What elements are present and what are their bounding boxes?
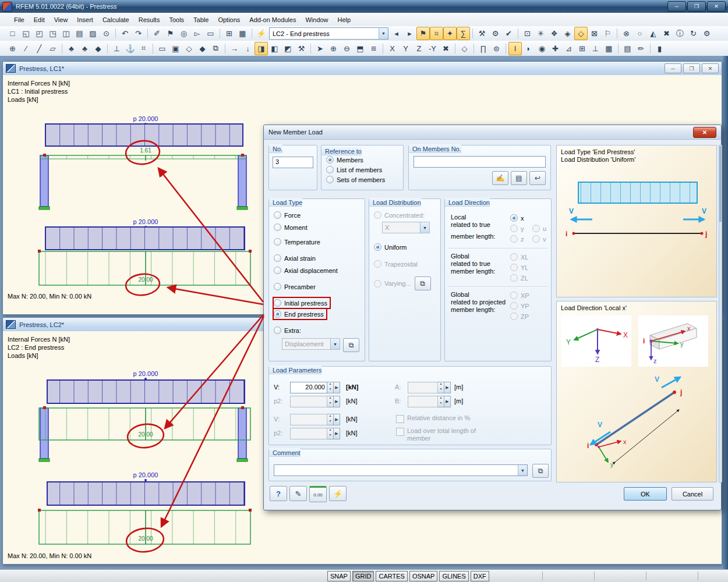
menu-file[interactable]: File (9, 15, 29, 25)
minimize-button[interactable]: ─ (667, 1, 686, 12)
relative-distance-checkbox[interactable]: Relative distance in % (396, 414, 470, 423)
new-folder-icon[interactable]: ▭ (204, 27, 217, 40)
radio-reference-sets-of-members[interactable]: Sets of members (326, 175, 387, 184)
printout-report-icon[interactable]: ▦ (236, 27, 249, 40)
print-icon[interactable]: ▨ (86, 27, 100, 40)
calculation-icon[interactable]: ⚒ (475, 27, 489, 40)
lc1-minimize-button[interactable]: ─ (665, 63, 681, 73)
copy-icon[interactable]: ⧉ (209, 42, 222, 55)
open-icon[interactable]: ◱ (19, 27, 33, 40)
close-button[interactable]: ✕ (707, 1, 726, 12)
regenerate-model-icon[interactable]: ✳ (534, 27, 547, 40)
combo-arrow-icon[interactable]: ▼ (379, 28, 388, 39)
select-special-icon[interactable]: ⊗ (620, 27, 633, 40)
view-xz-icon[interactable]: ◈ (561, 27, 574, 40)
rotate-icon[interactable]: ◇ (182, 42, 196, 55)
show-results-toggle-icon[interactable]: ✦ (443, 27, 457, 40)
dialog-close-button[interactable]: ✕ (693, 127, 716, 138)
guide-lines-icon[interactable]: ⚐ (601, 27, 614, 40)
view-x-icon[interactable]: X (386, 42, 399, 55)
dialog-titlebar[interactable]: New Member Load ✕ (264, 125, 721, 140)
delete-icon[interactable]: ✖ (660, 27, 673, 40)
status-grid-button[interactable]: GRID (352, 571, 374, 581)
table-icon[interactable]: ⊞ (222, 27, 236, 40)
p2-value-spinner[interactable]: ▲▼▶ (290, 396, 340, 407)
previous-load-case-icon[interactable]: ◂ (390, 27, 403, 40)
clipboard-icon[interactable]: ▤ (73, 27, 86, 40)
menu-addon-modules[interactable]: Add-on Modules (245, 15, 301, 25)
ok-button[interactable]: OK (624, 487, 667, 501)
status-snap-button[interactable]: SNAP (327, 571, 351, 581)
calculation-parameters-icon[interactable]: ⚙ (489, 27, 502, 40)
radio-distribution-varying[interactable]: Varying... (374, 279, 414, 289)
results-deformation-icon[interactable]: I (508, 42, 522, 55)
results-surfaces-icon[interactable]: ◗ (522, 42, 535, 55)
edit-varying-button[interactable]: ⧉ (415, 276, 431, 290)
color-scale-icon[interactable]: ▮ (653, 42, 666, 55)
menu-window[interactable]: Window (301, 15, 333, 25)
concentrated-combo[interactable]: X▼ (382, 222, 430, 233)
numbering-toggle-icon[interactable]: ◨ (255, 42, 268, 55)
undo-icon[interactable]: ↶ (118, 27, 132, 40)
radio-reference-list-of-members[interactable]: List of members (326, 165, 384, 175)
view-y-icon[interactable]: Y (399, 42, 412, 55)
radio-direction-local-x[interactable]: x (510, 213, 526, 223)
radio-load-type-force[interactable]: Force (274, 210, 303, 220)
load-case-icon[interactable]: ⚡ (255, 27, 268, 40)
redo-icon[interactable]: ↷ (132, 27, 145, 40)
v-value-spinner[interactable]: 20.000 ▲▼▶ (290, 382, 340, 393)
support-icon[interactable]: ⊥ (110, 42, 123, 55)
edit-load-icon[interactable]: ✐ (150, 27, 164, 40)
radio-load-type-axial-displacement[interactable]: Axial displacement (274, 265, 340, 275)
visibility-icon[interactable]: ◇ (458, 42, 471, 55)
menu-options[interactable]: Options (213, 15, 245, 25)
show-load-icon[interactable]: ⚑ (164, 27, 177, 40)
display-list-icon[interactable]: ▤ (621, 42, 634, 55)
member-icon[interactable]: ╱ (33, 42, 46, 55)
select-all-members-button[interactable]: ↩ (529, 171, 546, 185)
pick-members-list-button[interactable]: ▤ (511, 171, 527, 185)
on-members-field[interactable] (414, 156, 546, 168)
results-reactions-icon[interactable]: ✚ (549, 42, 562, 55)
panel-scrollbar[interactable] (719, 145, 722, 482)
save-icon[interactable]: ◫ (59, 27, 73, 40)
b-distance-spinner[interactable]: ▲▼▶ (408, 396, 451, 407)
pick-members-button[interactable]: ✍ (492, 171, 508, 185)
edit-extra-button[interactable]: ⧉ (343, 338, 359, 352)
new-icon[interactable]: □ (6, 27, 19, 40)
lc1-titlebar[interactable]: Prestress, LC1* ─ ❐ ✕ (3, 62, 722, 76)
fe-mesh-icon[interactable]: ⌗ (137, 42, 150, 55)
menu-table[interactable]: Table (189, 15, 213, 25)
line-icon[interactable]: ∕ (19, 42, 33, 55)
radio-direction-local-y[interactable]: y (510, 223, 526, 233)
section-icon[interactable]: ∏ (476, 42, 490, 55)
radio-direction-local-z[interactable]: z (510, 234, 526, 244)
import-icon[interactable]: ◰ (33, 27, 46, 40)
show-loads-toggle-icon[interactable]: ⚑ (416, 27, 430, 40)
radio-direction-global-xl[interactable]: XL (510, 252, 531, 262)
connect-modules-icon[interactable]: ⚙ (700, 27, 713, 40)
pick-objects-icon[interactable]: ▻ (190, 27, 204, 40)
select-circle-icon[interactable]: ○ (633, 27, 646, 40)
info-icon[interactable]: ⓘ (673, 27, 687, 40)
quick-input-button[interactable]: ⚡ (329, 486, 347, 501)
restore-button[interactable]: ❐ (687, 1, 706, 12)
clipping-plane-icon[interactable]: ⊥ (589, 42, 602, 55)
radio-load-type-precamber[interactable]: Precamber (274, 282, 318, 292)
menu-help[interactable]: Help (333, 15, 356, 25)
work-plane-icon[interactable]: ⊠ (588, 27, 601, 40)
unite-icon[interactable]: ◩ (281, 42, 295, 55)
results-sections-icon[interactable]: ⊿ (562, 42, 575, 55)
refresh-icon[interactable]: ↻ (687, 27, 700, 40)
zoom-in-icon[interactable]: ⊕ (327, 42, 340, 55)
radio-load-type-initial-prestress[interactable]: Initial prestress (274, 298, 330, 308)
view-minus-y-icon[interactable]: -Y (426, 42, 439, 55)
cancel-button[interactable]: Cancel (672, 487, 713, 501)
solid-icon[interactable]: ◆ (91, 42, 105, 55)
menu-edit[interactable]: Edit (29, 15, 50, 25)
menu-insert[interactable]: Insert (72, 15, 98, 25)
edit-box-icon[interactable]: ▣ (169, 42, 182, 55)
plausibility-check-icon[interactable]: ✔ (502, 27, 515, 40)
radio-direction-global-xp[interactable]: XP (510, 290, 532, 300)
menu-calculate[interactable]: Calculate (98, 15, 134, 25)
